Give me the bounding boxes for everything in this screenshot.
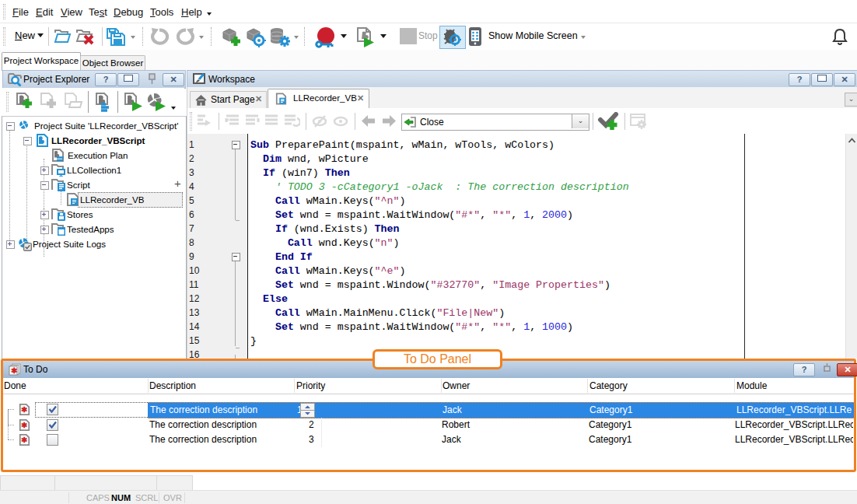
svg-text:✱: ✱ xyxy=(21,405,27,414)
svg-text:✱: ✱ xyxy=(11,366,18,375)
svg-text:✱: ✱ xyxy=(21,421,27,429)
svg-text:✱: ✱ xyxy=(21,436,27,444)
